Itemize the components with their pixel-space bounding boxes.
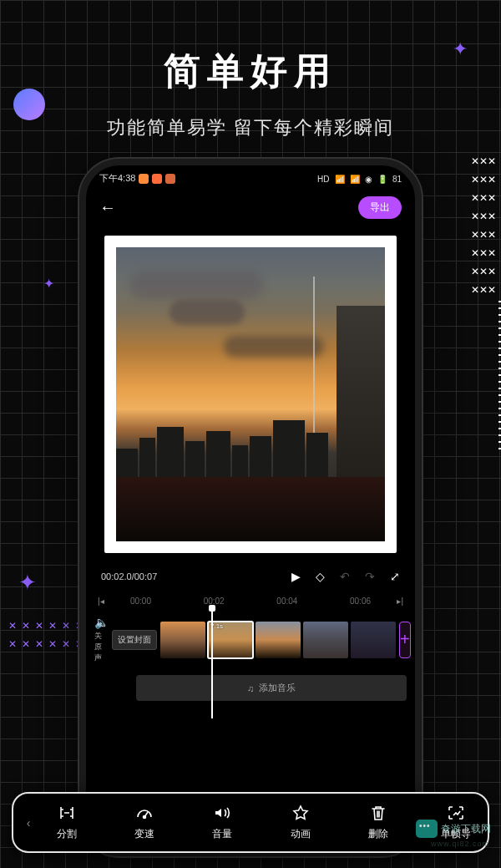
tool-label: 删除: [368, 827, 388, 841]
mute-label: 关原声: [94, 631, 109, 663]
status-indicators: HD 📶 📶 ◉ 🔋 81: [315, 174, 402, 184]
subheadline: 功能简单易学 留下每个精彩瞬间: [0, 115, 501, 140]
playback-bar: 00:02.0/00:07 ▶ ◇ ↶ ↷ ⤢: [86, 561, 415, 591]
export-button[interactable]: 导出: [358, 196, 402, 219]
headline: 简单好用: [0, 47, 501, 96]
undo-button[interactable]: ↶: [340, 570, 350, 583]
speedometer-icon: [135, 804, 154, 822]
play-button[interactable]: ▶: [291, 570, 301, 583]
tool-label: 动画: [291, 827, 311, 841]
signal-icon: 📶: [335, 175, 345, 184]
status-app-icon: [165, 174, 175, 184]
video-preview[interactable]: [104, 236, 397, 553]
status-app-icon: [152, 174, 162, 184]
tool-label: 音量: [212, 827, 232, 841]
tool-label: 分割: [57, 827, 77, 841]
skip-end-icon[interactable]: ▸|: [397, 596, 403, 606]
music-note-icon: ♫: [247, 683, 254, 693]
watermark: 奇游下载网: [416, 820, 491, 838]
timeline-clip[interactable]: [351, 622, 396, 658]
signal-icon: 📶: [350, 175, 360, 184]
fullscreen-button[interactable]: ⤢: [390, 570, 400, 583]
status-app-icon: [139, 174, 149, 184]
set-cover-button[interactable]: 设置封面: [112, 630, 157, 650]
timeline-clip[interactable]: [303, 622, 348, 658]
timeline-clip[interactable]: [256, 622, 301, 658]
timeline-clip[interactable]: [160, 622, 205, 658]
tool-label: 变速: [134, 827, 154, 841]
tool-split[interactable]: 分割: [42, 804, 92, 841]
mute-original-button[interactable]: 🔈 关原声: [94, 616, 109, 663]
sparkle-icon: ✦: [43, 276, 54, 292]
battery-icon: 🔋: [377, 175, 387, 184]
redo-button[interactable]: ↷: [365, 570, 375, 583]
timeline-clip[interactable]: 7.1s: [208, 622, 253, 658]
split-icon: [58, 804, 76, 822]
ruler-tick: 00:06: [324, 596, 397, 606]
tool-volume[interactable]: 音量: [197, 804, 247, 841]
playback-time: 00:02.0/00:07: [101, 571, 157, 581]
tool-speed[interactable]: 变速: [119, 804, 170, 841]
status-bar: 下午4:38 HD 📶 📶 ◉ 🔋 81: [86, 165, 415, 188]
sparkle-icon: ✦: [18, 570, 37, 596]
svg-point-0: [144, 816, 146, 819]
video-track[interactable]: 🔈 关原声 设置封面 7.1s +: [86, 611, 415, 668]
battery-level: 81: [392, 175, 402, 184]
keyframe-button[interactable]: ◇: [316, 570, 325, 583]
skip-start-icon[interactable]: |◂: [98, 596, 104, 606]
playhead[interactable]: [211, 607, 213, 718]
preview-frame: [116, 247, 385, 541]
ruler-tick: 00:00: [104, 596, 178, 606]
editor-topbar: ← 导出: [86, 188, 415, 227]
hd-icon: HD: [317, 175, 329, 184]
add-music-label: 添加音乐: [259, 682, 296, 694]
watermark-text: 奇游下载网: [441, 822, 491, 836]
watermark-icon: [416, 820, 438, 838]
timeline-ruler: |◂ 00:00 00:02 00:04 00:06 ▸|: [86, 591, 415, 611]
ruler-tick: 00:04: [250, 596, 324, 606]
trash-icon: [369, 804, 387, 822]
wifi-icon: ◉: [365, 175, 372, 184]
volume-icon: [213, 804, 231, 822]
watermark-url: www.qi82.com: [431, 840, 489, 848]
tool-delete[interactable]: 删除: [353, 804, 403, 841]
phone-mockup: 下午4:38 HD 📶 📶 ◉ 🔋 81 ← 导出: [79, 159, 422, 856]
add-clip-button[interactable]: +: [399, 622, 411, 658]
back-button[interactable]: ←: [99, 198, 116, 217]
decor-x-column: ✕✕✕✕✕✕✕✕✕✕✕✕✕✕✕✕✕✕✕✕✕✕✕✕: [471, 155, 496, 296]
tool-animation[interactable]: 动画: [276, 804, 326, 841]
add-music-button[interactable]: ♫ 添加音乐: [136, 675, 407, 701]
toolbar-collapse-button[interactable]: ‹: [20, 816, 37, 830]
star-icon: [291, 804, 310, 822]
speaker-icon: 🔈: [94, 616, 109, 629]
status-time: 下午4:38: [99, 172, 135, 185]
